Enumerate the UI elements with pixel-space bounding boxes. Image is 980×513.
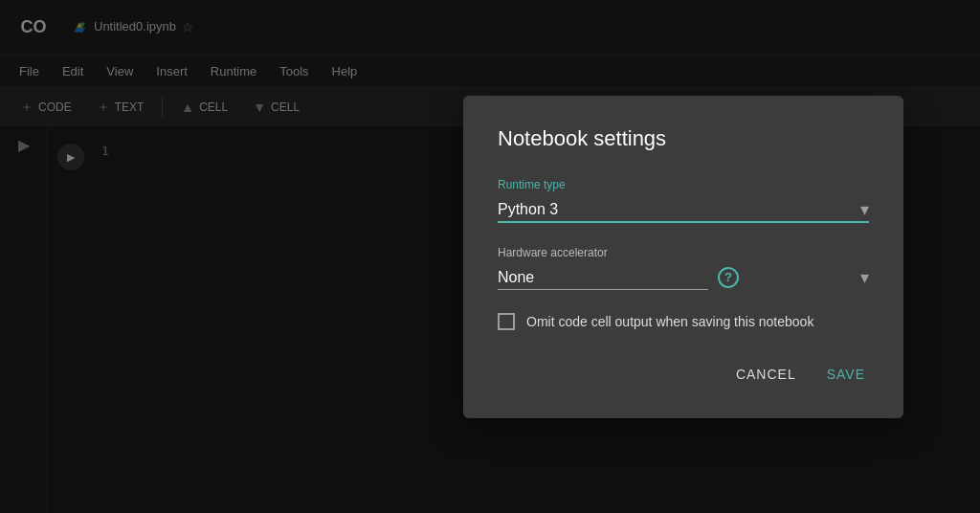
- omit-output-row: Omit code cell output when saving this n…: [498, 313, 869, 330]
- omit-output-label: Omit code cell output when saving this n…: [526, 314, 813, 329]
- hardware-select-wrapper: None GPU TPU ▾ ?: [498, 265, 869, 290]
- hardware-accelerator-label: Hardware accelerator: [498, 246, 869, 259]
- runtime-type-label: Runtime type: [498, 178, 869, 191]
- help-icon[interactable]: ?: [718, 267, 739, 288]
- runtime-type-select[interactable]: Python 3 Python 2: [498, 197, 869, 223]
- cancel-button[interactable]: CANCEL: [732, 361, 800, 388]
- hardware-accelerator-select[interactable]: None GPU TPU: [498, 265, 708, 290]
- runtime-type-group: Runtime type Python 3 Python 2 ▾: [498, 178, 869, 223]
- modal-title: Notebook settings: [498, 126, 869, 151]
- hardware-dropdown-arrow: ▾: [860, 267, 869, 288]
- runtime-select-wrapper: Python 3 Python 2 ▾: [498, 197, 869, 223]
- modal-overlay: Notebook settings Runtime type Python 3 …: [0, 0, 980, 513]
- save-button[interactable]: SAVE: [823, 361, 869, 388]
- notebook-settings-dialog: Notebook settings Runtime type Python 3 …: [463, 96, 903, 418]
- hardware-accelerator-group: Hardware accelerator None GPU TPU ▾ ?: [498, 246, 869, 290]
- omit-output-checkbox[interactable]: [498, 313, 515, 330]
- modal-actions: CANCEL SAVE: [498, 361, 869, 388]
